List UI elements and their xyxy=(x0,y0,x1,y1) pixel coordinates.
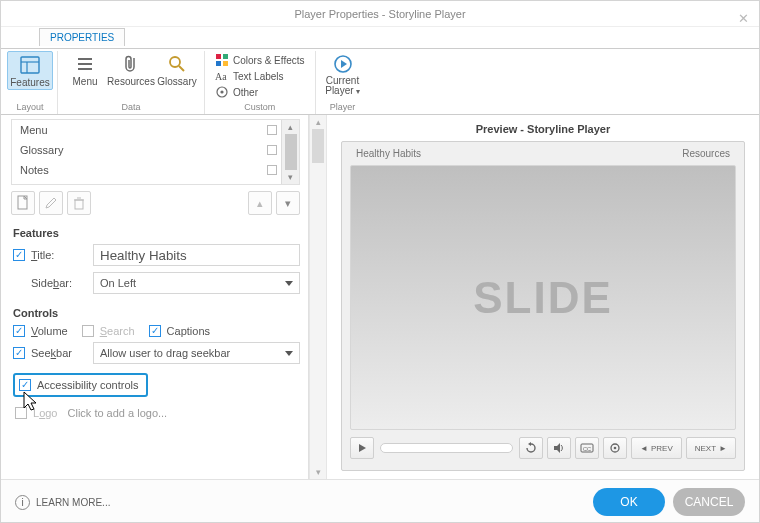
controls-heading: Controls xyxy=(13,307,308,319)
captions-button[interactable]: CC xyxy=(575,437,599,459)
accessibility-checkbox-highlight: Accessibility controls xyxy=(13,373,148,397)
svg-marker-23 xyxy=(528,442,531,446)
title-input[interactable] xyxy=(93,244,300,266)
learn-more-link[interactable]: i LEARN MORE... xyxy=(15,495,110,510)
logo-checkbox[interactable]: Logo xyxy=(15,407,58,419)
scroll-up-icon[interactable]: ▴ xyxy=(316,117,321,127)
tabstrip: PROPERTIES xyxy=(1,27,759,49)
close-icon[interactable]: ✕ xyxy=(738,6,749,32)
prev-button[interactable]: ◄PREV xyxy=(631,437,682,459)
ribbon-menu-button[interactable]: Menu xyxy=(62,51,108,88)
ribbon-glossary-label: Glossary xyxy=(157,76,196,87)
gear-icon xyxy=(609,442,621,454)
preview-resources-link[interactable]: Resources xyxy=(682,148,730,159)
paperclip-icon xyxy=(120,53,142,75)
preview-slide: SLIDE xyxy=(350,165,736,430)
seekbar-checkbox[interactable] xyxy=(13,347,25,359)
list-item[interactable]: Glossary xyxy=(12,140,281,160)
svg-rect-9 xyxy=(223,54,228,59)
svg-rect-11 xyxy=(223,61,228,66)
tabs-list-scrollbar[interactable]: ▴ ▾ xyxy=(281,120,299,184)
left-pane: Menu Glossary Notes ▴ ▾ ▴ xyxy=(1,115,309,479)
next-button[interactable]: NEXT► xyxy=(686,437,736,459)
scroll-thumb[interactable] xyxy=(285,134,297,170)
ribbon-glossary-button[interactable]: Glossary xyxy=(154,51,200,88)
pencil-icon xyxy=(44,196,58,210)
accessibility-label: Accessibility controls xyxy=(37,379,138,391)
scroll-up-icon[interactable]: ▴ xyxy=(288,122,293,132)
chevron-right-icon: ► xyxy=(719,444,727,453)
features-icon xyxy=(19,54,41,76)
title-label: Title: xyxy=(31,249,93,261)
ribbon-features-label: Features xyxy=(10,77,49,88)
accessibility-checkbox[interactable] xyxy=(19,379,31,391)
preview-seekbar[interactable] xyxy=(380,443,513,453)
tab-properties[interactable]: PROPERTIES xyxy=(39,28,125,46)
svg-text:CC: CC xyxy=(583,446,591,452)
ribbon-group-player-label: Player xyxy=(330,101,356,114)
play-button[interactable] xyxy=(350,437,374,459)
replay-icon xyxy=(525,442,537,454)
search-checkbox[interactable]: Search xyxy=(82,325,135,337)
checkbox-square[interactable] xyxy=(267,125,277,135)
magnifier-icon xyxy=(166,53,188,75)
captions-checkbox[interactable]: Captions xyxy=(149,325,210,337)
ribbon-resources-button[interactable]: Resources xyxy=(108,51,154,88)
scroll-down-icon[interactable]: ▾ xyxy=(316,467,321,477)
checkbox-square[interactable] xyxy=(267,145,277,155)
new-tab-button[interactable] xyxy=(11,191,35,215)
volume-checkbox[interactable]: Volume xyxy=(13,325,68,337)
ribbon-text-labels[interactable]: Aa Text Labels xyxy=(215,69,284,83)
svg-line-7 xyxy=(179,66,184,71)
sidebar-label: Sidebar: xyxy=(31,277,93,289)
ribbon-group-data: Menu Resources Glossary Data xyxy=(58,51,205,114)
ribbon-colors-effects[interactable]: Colors & Effects xyxy=(215,53,305,67)
ok-button[interactable]: OK xyxy=(593,488,665,516)
logo-hint[interactable]: Click to add a logo... xyxy=(68,407,168,419)
right-pane: Preview - Storyline Player Healthy Habit… xyxy=(327,115,759,479)
svg-marker-16 xyxy=(341,60,347,68)
move-up-button[interactable]: ▴ xyxy=(248,191,272,215)
replay-button[interactable] xyxy=(519,437,543,459)
menu-icon xyxy=(74,53,96,75)
ribbon-other[interactable]: Other xyxy=(215,85,258,99)
chevron-up-icon: ▴ xyxy=(257,197,263,210)
ribbon-features-button[interactable]: Features xyxy=(7,51,53,90)
sidebar-select[interactable]: On Left xyxy=(93,272,300,294)
edit-tab-button[interactable] xyxy=(39,191,63,215)
titlebar: Player Properties - Storyline Player ✕ xyxy=(1,1,759,27)
features-heading: Features xyxy=(13,227,308,239)
window-title: Player Properties - Storyline Player xyxy=(294,8,465,20)
cancel-button[interactable]: CANCEL xyxy=(673,488,745,516)
info-icon: i xyxy=(15,495,30,510)
ribbon-group-custom: Colors & Effects Aa Text Labels Other Cu… xyxy=(205,51,316,114)
volume-button[interactable] xyxy=(547,437,571,459)
ribbon-group-player: Current Player ▾ Player xyxy=(316,51,370,114)
list-item[interactable]: Notes xyxy=(12,160,281,180)
svg-marker-22 xyxy=(359,444,366,452)
captions-icon: CC xyxy=(580,443,594,453)
seekbar-select[interactable]: Allow user to drag seekbar xyxy=(93,342,300,364)
ribbon-current-player-button[interactable]: Current Player ▾ xyxy=(320,51,366,98)
svg-marker-24 xyxy=(554,443,560,453)
preview-project-title: Healthy Habits xyxy=(356,148,421,159)
scroll-down-icon[interactable]: ▾ xyxy=(288,172,293,182)
preview-player-bar: CC ◄PREV NEXT► xyxy=(350,434,736,462)
document-icon xyxy=(16,195,30,211)
ribbon: Features Layout Menu Resources xyxy=(1,49,759,115)
scroll-thumb[interactable] xyxy=(312,129,324,163)
checkbox-square[interactable] xyxy=(267,165,277,175)
player-tabs-list[interactable]: Menu Glossary Notes ▴ ▾ xyxy=(11,119,300,185)
ribbon-resources-label: Resources xyxy=(107,76,155,87)
chevron-down-icon: ▾ xyxy=(285,197,291,210)
title-checkbox[interactable] xyxy=(13,249,25,261)
preview-player: Healthy Habits Resources SLIDE CC ◄PREV … xyxy=(341,141,745,471)
settings-button[interactable] xyxy=(603,437,627,459)
move-down-button[interactable]: ▾ xyxy=(276,191,300,215)
svg-rect-10 xyxy=(216,61,221,66)
list-item[interactable]: Menu xyxy=(12,120,281,140)
delete-tab-button[interactable] xyxy=(67,191,91,215)
left-scrollbar[interactable]: ▴ ▾ xyxy=(309,115,327,479)
play-icon xyxy=(358,443,367,453)
svg-point-14 xyxy=(220,90,223,93)
